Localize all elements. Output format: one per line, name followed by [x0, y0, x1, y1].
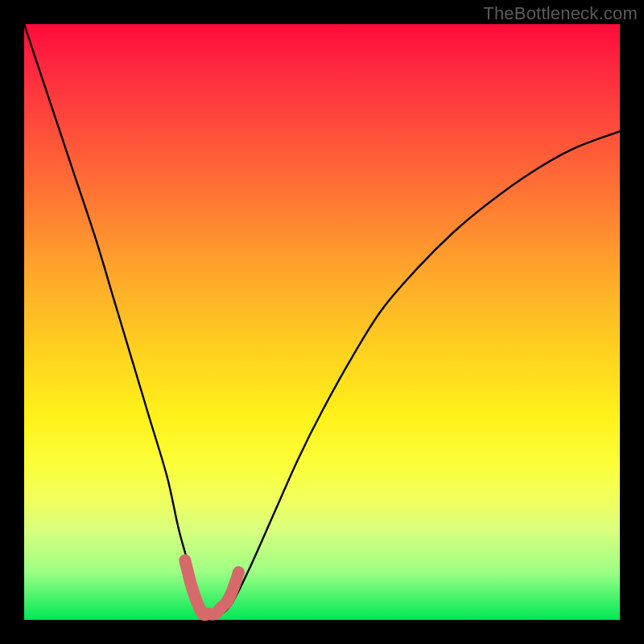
watermark-text: TheBottleneck.com [483, 3, 638, 24]
trough-highlight [185, 560, 239, 615]
plot-area [24, 24, 620, 620]
chart-svg [24, 24, 620, 620]
chart-frame: TheBottleneck.com [0, 0, 644, 644]
bottleneck-curve [24, 24, 620, 616]
